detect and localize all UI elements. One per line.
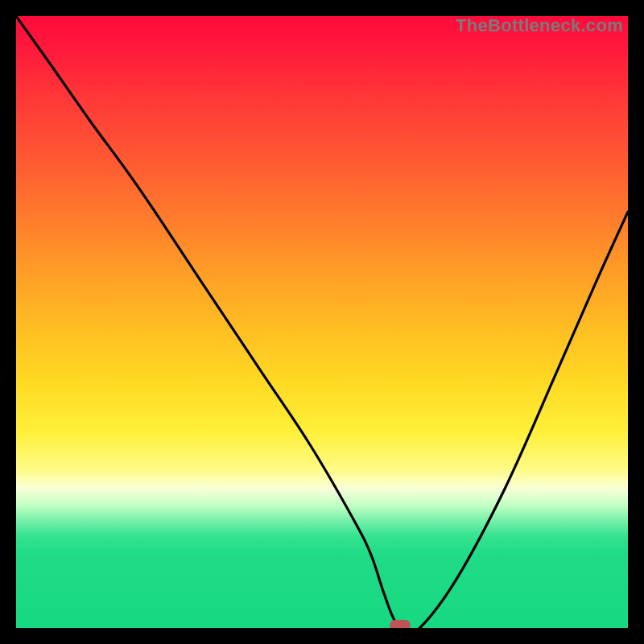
watermark-text: TheBottleneck.com bbox=[456, 16, 623, 36]
curve-layer bbox=[16, 16, 628, 628]
bottleneck-curve bbox=[16, 16, 628, 628]
chart-container: TheBottleneck.com bbox=[0, 0, 644, 644]
optimal-marker bbox=[390, 620, 411, 628]
plot-area: TheBottleneck.com bbox=[16, 16, 628, 628]
